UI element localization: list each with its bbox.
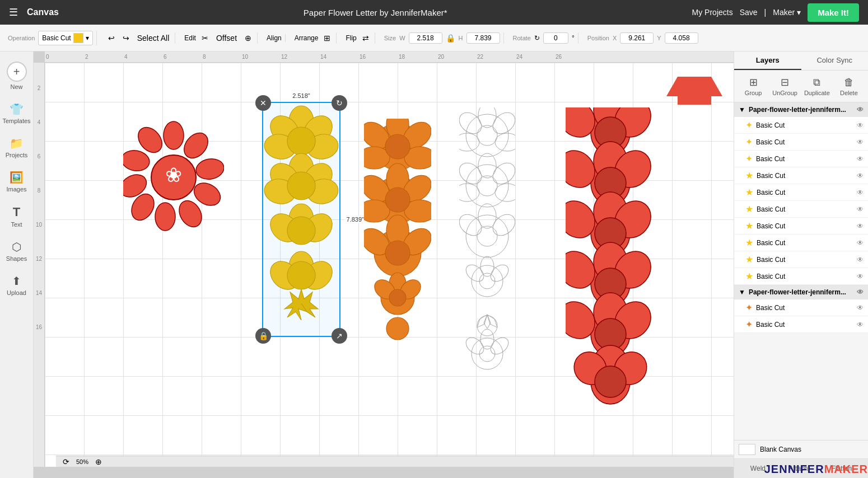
scale-handle[interactable]: ↗ xyxy=(332,328,347,344)
zoom-in-button[interactable]: ⊕ xyxy=(93,456,104,467)
layer-item[interactable]: ✦ Basic Cut 👁 xyxy=(734,134,868,151)
svg-point-76 xyxy=(477,226,497,246)
size-h-input[interactable] xyxy=(466,32,500,44)
sidebar-item-templates[interactable]: 👕 Templates xyxy=(2,98,31,129)
layer-visibility-icon[interactable]: 👁 xyxy=(857,189,864,196)
layer-item[interactable]: ★ Basic Cut 👁 xyxy=(734,167,868,184)
white-flower-object[interactable] xyxy=(459,107,515,390)
group-visibility-icon[interactable]: 👁 xyxy=(857,288,864,296)
operation-dropdown-icon: ▾ xyxy=(86,34,89,42)
save-button[interactable]: Save xyxy=(740,8,758,17)
orange-flower-object[interactable] xyxy=(364,119,431,345)
my-projects-link[interactable]: My Projects xyxy=(692,8,733,17)
sidebar-item-new[interactable]: + New xyxy=(2,57,31,95)
red-big-flower-object[interactable] xyxy=(566,107,655,446)
undo-button[interactable]: ↩ xyxy=(106,32,117,44)
operation-select[interactable]: Basic Cut ▾ xyxy=(38,31,92,45)
edit-icon[interactable]: ✂ xyxy=(199,32,211,44)
jennifermaker-logo: JENNIFERMAKER xyxy=(764,463,868,476)
layer-color-icon: ★ xyxy=(745,187,753,198)
layer-color-icon: ★ xyxy=(745,204,753,214)
layer-visibility-icon[interactable]: 👁 xyxy=(857,304,864,312)
ungroup-button[interactable]: ⊟ UnGroup xyxy=(770,74,800,99)
size-w-input[interactable] xyxy=(409,32,442,44)
svg-marker-82 xyxy=(484,315,491,329)
layer-visibility-icon[interactable]: 👁 xyxy=(857,273,864,280)
position-y-label: Y xyxy=(657,35,661,41)
layer-group-2-header[interactable]: ▼ Paper-flower-letter-jenniferm... 👁 xyxy=(734,285,868,299)
svg-point-120 xyxy=(595,366,626,397)
canvas-content[interactable]: ❀ xyxy=(45,63,734,467)
sidebar-item-shapes[interactable]: ⬡ Shapes xyxy=(2,236,31,266)
blank-canvas-row: Blank Canvas xyxy=(734,440,868,458)
nav-actions: My Projects Save | Maker ▾ Make It! xyxy=(692,3,859,22)
layer-visibility-icon[interactable]: 👁 xyxy=(857,172,864,180)
layer-visibility-icon[interactable]: 👁 xyxy=(857,155,864,163)
lock-handle[interactable]: 🔒 xyxy=(255,328,271,344)
make-it-button[interactable]: Make It! xyxy=(808,3,859,22)
color-swatch[interactable] xyxy=(73,33,83,43)
left-sidebar: + New 👕 Templates 📁 Projects 🖼️ Images T… xyxy=(0,51,34,478)
duplicate-button[interactable]: ⧉ Duplicate xyxy=(802,74,832,99)
group-button[interactable]: ⊞ Group xyxy=(739,74,768,99)
position-x-input[interactable] xyxy=(620,32,654,44)
svg-point-46 xyxy=(385,188,410,212)
layer-item[interactable]: ★ Basic Cut 👁 xyxy=(734,218,868,235)
layer-visibility-icon[interactable]: 👁 xyxy=(857,321,864,329)
arrange-icon[interactable]: ⊞ xyxy=(321,32,333,44)
upload-icon: ⬆ xyxy=(12,274,21,288)
menu-icon[interactable]: ☰ xyxy=(9,6,18,18)
offset-button[interactable]: Offset xyxy=(214,32,239,44)
layer-visibility-icon[interactable]: 👁 xyxy=(857,222,864,230)
sidebar-item-images[interactable]: 🖼️ Images xyxy=(2,166,31,197)
new-circle-button[interactable]: + xyxy=(7,62,27,82)
reset-zoom-button[interactable]: ⟳ xyxy=(60,456,72,467)
sidebar-item-projects[interactable]: 📁 Projects xyxy=(2,132,31,163)
red-flower-object[interactable]: ❀ xyxy=(123,119,224,250)
sidebar-item-upload[interactable]: ⬆ Upload xyxy=(2,270,31,301)
group-visibility-icon[interactable]: 👁 xyxy=(857,106,864,114)
layer-item[interactable]: ✦ Basic Cut 👁 xyxy=(734,316,868,333)
svg-point-75 xyxy=(459,210,486,240)
sidebar-label-new: New xyxy=(10,83,22,90)
layer-group-1-header[interactable]: ▼ Paper-flower-letter-jenniferm... 👁 xyxy=(734,102,868,117)
offset-icon[interactable]: ⊕ xyxy=(242,32,254,44)
layer-item[interactable]: ★ Basic Cut 👁 xyxy=(734,235,868,251)
ruler-tick: 6 xyxy=(162,54,202,60)
layer-visibility-icon[interactable]: 👁 xyxy=(857,121,864,129)
lock-aspect-icon[interactable]: 🔒 xyxy=(446,34,455,43)
layer-item[interactable]: ★ Basic Cut 👁 xyxy=(734,268,868,285)
layer-color-icon: ✦ xyxy=(745,153,753,164)
rotate-handle[interactable]: ↻ xyxy=(332,95,347,111)
layer-item[interactable]: ★ Basic Cut 👁 xyxy=(734,184,868,201)
redo-button[interactable]: ↪ xyxy=(120,32,132,44)
edit-group: Edit ✂ Offset ⊕ xyxy=(181,32,258,44)
layer-item[interactable]: ★ Basic Cut 👁 xyxy=(734,251,868,268)
layer-item[interactable]: ✦ Basic Cut 👁 xyxy=(734,117,868,134)
delete-button[interactable]: 🗑 Delete xyxy=(834,74,864,99)
flip-icon[interactable]: ⇄ xyxy=(360,32,371,44)
ruler-tick: 26 xyxy=(554,54,594,60)
layer-item[interactable]: ✦ Basic Cut 👁 xyxy=(734,299,868,316)
tab-color-sync[interactable]: Color Sync xyxy=(801,51,869,70)
layer-visibility-icon[interactable]: 👁 xyxy=(857,205,864,213)
ruler-tick: 14 xyxy=(319,54,358,60)
select-all-button[interactable]: Select All xyxy=(135,32,172,44)
layer-item[interactable]: ★ Basic Cut 👁 xyxy=(734,201,868,218)
layer-visibility-icon[interactable]: 👁 xyxy=(857,138,864,146)
layer-visibility-icon[interactable]: 👁 xyxy=(857,239,864,247)
maker-dropdown[interactable]: Maker ▾ xyxy=(773,8,801,17)
main-area: + New 👕 Templates 📁 Projects 🖼️ Images T… xyxy=(0,51,868,478)
canvas-area[interactable]: 0 2 4 6 8 10 12 14 16 18 20 22 24 26 2 4… xyxy=(34,51,734,478)
svg-point-64 xyxy=(477,125,497,146)
layer-item[interactable]: ✦ Basic Cut 👁 xyxy=(734,151,868,167)
layer-name: Basic Cut xyxy=(757,273,853,280)
position-y-input[interactable] xyxy=(665,32,698,44)
layer-visibility-icon[interactable]: 👁 xyxy=(857,256,864,264)
layer-color-icon: ★ xyxy=(745,221,753,231)
tab-layers[interactable]: Layers xyxy=(734,51,801,70)
rotate-input[interactable] xyxy=(543,32,568,44)
sidebar-item-text[interactable]: T Text xyxy=(2,200,31,232)
close-handle[interactable]: ✕ xyxy=(255,95,271,111)
top-navigation-bar: ☰ Canvas Paper Flower Letter by Jennifer… xyxy=(0,0,868,25)
